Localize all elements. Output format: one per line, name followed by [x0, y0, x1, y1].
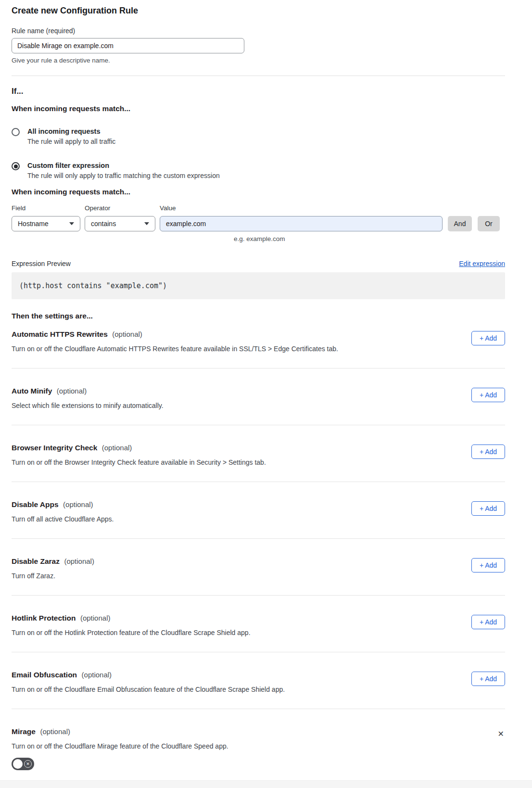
field-select[interactable]: Hostname [12, 216, 80, 231]
then-settings-heading: Then the settings are... [12, 312, 505, 320]
operator-select-value: contains [91, 220, 116, 228]
setting-optional-suffix: (optional) [102, 444, 132, 452]
radio-description: The rule will only apply to traffic matc… [27, 172, 220, 179]
setting-row: Email Obfuscation (optional) Turn on or … [12, 652, 505, 709]
radio-unselected-icon[interactable] [12, 128, 20, 136]
radio-selected-icon[interactable] [12, 162, 20, 170]
if-heading: If... [12, 87, 505, 96]
option-custom-filter-expression[interactable]: Custom filter expression The rule will o… [12, 162, 505, 179]
setting-title: Mirage [12, 727, 36, 736]
setting-description: Select which file extensions to minify a… [12, 402, 471, 409]
setting-optional-suffix: (optional) [64, 557, 94, 565]
setting-title: Email Obfuscation [12, 671, 77, 679]
footer-band [0, 780, 532, 788]
setting-row: Automatic HTTPS Rewrites (optional) Turn… [12, 320, 505, 369]
section-divider [12, 76, 505, 76]
setting-description: Turn off all active Cloudflare Apps. [12, 515, 471, 523]
setting-description: Turn on or off the Browser Integrity Che… [12, 458, 471, 466]
rule-name-input[interactable] [12, 38, 244, 53]
setting-optional-suffix: (optional) [80, 614, 111, 622]
and-button[interactable]: And [448, 216, 472, 231]
rule-name-helper: Give your rule a descriptive name. [12, 57, 505, 64]
setting-title: Automatic HTTPS Rewrites [12, 330, 108, 338]
add-button[interactable]: + Add [471, 672, 505, 686]
setting-description: Turn on or off the Cloudflare Email Obfu… [12, 686, 471, 693]
expression-code: (http.host contains "example.com") [19, 281, 167, 290]
page-title: Create new Configuration Rule [12, 6, 505, 16]
when-match-heading: When incoming requests match... [12, 104, 505, 113]
rule-name-label: Rule name (required) [12, 27, 505, 35]
add-button[interactable]: + Add [471, 445, 505, 459]
or-button[interactable]: Or [478, 216, 500, 231]
setting-optional-suffix: (optional) [112, 330, 142, 338]
setting-title: Hotlink Protection [12, 614, 76, 622]
setting-optional-suffix: (optional) [40, 727, 70, 736]
toggle-off-x-icon: ✕ [24, 760, 32, 768]
toggle-knob [13, 759, 23, 769]
expression-builder-row: Field Hostname Operator contains Value A… [12, 204, 505, 231]
settings-list: Automatic HTTPS Rewrites (optional) Turn… [12, 320, 505, 786]
operator-select[interactable]: contains [85, 216, 155, 231]
field-label: Field [12, 204, 80, 212]
mirage-toggle[interactable]: ✕ [12, 758, 34, 770]
edit-expression-link[interactable]: Edit expression [459, 260, 505, 267]
setting-row: Disable Zaraz (optional) Turn off Zaraz.… [12, 539, 505, 596]
chevron-down-icon [69, 222, 74, 225]
setting-row: Hotlink Protection (optional) Turn on or… [12, 596, 505, 652]
setting-description: Turn on or off the Cloudflare Automatic … [12, 345, 471, 353]
add-button[interactable]: + Add [471, 388, 505, 402]
setting-description: Turn off Zaraz. [12, 572, 471, 580]
operator-label: Operator [85, 204, 155, 212]
radio-description: The rule will apply to all traffic [27, 138, 115, 145]
setting-row-expanded: Mirage (optional) Turn on or off the Clo… [12, 709, 505, 786]
setting-optional-suffix: (optional) [57, 387, 87, 395]
chevron-down-icon [144, 222, 149, 225]
value-label: Value [160, 204, 443, 212]
expression-preview-box: (http.host contains "example.com") [12, 272, 505, 299]
option-all-incoming-requests[interactable]: All incoming requests The rule will appl… [12, 127, 505, 145]
field-select-value: Hostname [18, 220, 49, 228]
value-hint: e.g. example.com [234, 235, 505, 242]
create-configuration-rule-page: Create new Configuration Rule Rule name … [0, 0, 532, 786]
setting-description: Turn on or off the Cloudflare Mirage fea… [12, 742, 497, 750]
setting-row: Disable Apps (optional) Turn off all act… [12, 482, 505, 539]
add-button[interactable]: + Add [471, 501, 505, 516]
setting-optional-suffix: (optional) [63, 500, 93, 508]
builder-heading: When incoming requests match... [12, 188, 505, 196]
setting-optional-suffix: (optional) [82, 671, 112, 679]
value-input[interactable] [160, 216, 443, 231]
radio-label: All incoming requests [27, 127, 115, 135]
setting-row: Auto Minify (optional) Select which file… [12, 369, 505, 425]
setting-title: Auto Minify [12, 387, 52, 395]
setting-title: Disable Apps [12, 500, 59, 508]
setting-row: Browser Integrity Check (optional) Turn … [12, 425, 505, 482]
setting-description: Turn on or off the Hotlink Protection fe… [12, 629, 471, 636]
add-button[interactable]: + Add [471, 615, 505, 629]
setting-title: Browser Integrity Check [12, 444, 97, 452]
add-button[interactable]: + Add [471, 331, 505, 345]
setting-title: Disable Zaraz [12, 557, 60, 565]
add-button[interactable]: + Add [471, 558, 505, 572]
expression-preview-label: Expression Preview [12, 260, 71, 267]
radio-label: Custom filter expression [27, 162, 220, 169]
close-icon[interactable]: ✕ [497, 729, 505, 739]
